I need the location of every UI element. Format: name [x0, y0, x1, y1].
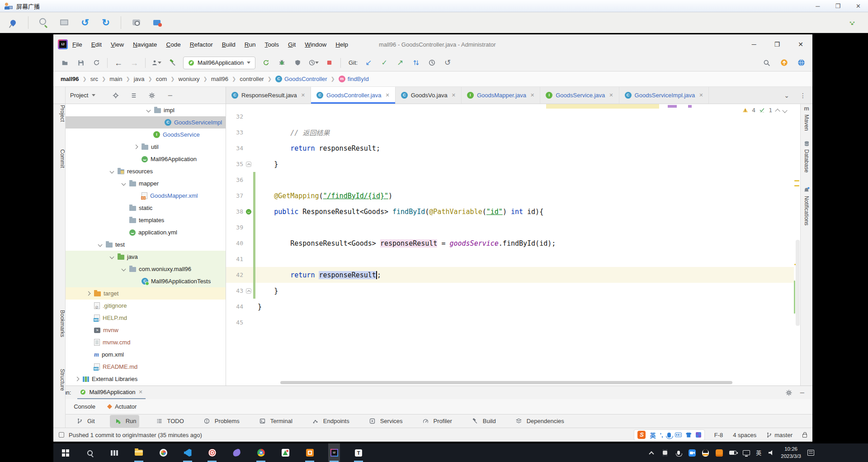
- tree-item-target[interactable]: target: [66, 287, 226, 300]
- run-icon[interactable]: [261, 58, 271, 68]
- tree-item-help.md[interactable]: HELP.md: [66, 312, 226, 324]
- breadcrumb-item-findbyid[interactable]: mfindById: [339, 76, 369, 82]
- tab-goodsservice.java[interactable]: IGoodsService.java✕: [540, 87, 619, 104]
- tool-button-maven[interactable]: Maven: [803, 114, 810, 131]
- taskbar-app-search[interactable]: [84, 443, 96, 462]
- tab-actuator[interactable]: Actuator: [107, 403, 137, 410]
- tree-chevron-icon[interactable]: [146, 108, 151, 113]
- tool-button-services[interactable]: Services: [364, 415, 406, 428]
- menu-item-edit[interactable]: Edit: [91, 41, 102, 48]
- sync-icon[interactable]: [91, 58, 101, 68]
- hidden-icons-chevron[interactable]: [649, 451, 654, 456]
- spring-bean-gutter-icon[interactable]: [243, 209, 254, 214]
- fold-marker-icon[interactable]: [243, 288, 254, 294]
- tree-item-java[interactable]: java: [66, 251, 226, 263]
- menu-item-git[interactable]: Git: [288, 41, 296, 48]
- tiger-app-icon[interactable]: [716, 449, 723, 457]
- coverage-icon[interactable]: [293, 58, 303, 68]
- tool-button-commit[interactable]: Commit: [53, 149, 66, 168]
- chevron-down-icon[interactable]: [92, 94, 95, 96]
- tray-language-indicator[interactable]: 英: [756, 449, 761, 457]
- zoom-icon[interactable]: [38, 17, 49, 29]
- taskbar-app-file-explorer[interactable]: [133, 443, 145, 462]
- taskbar-app-browser-red[interactable]: [206, 443, 218, 462]
- breadcrumb-item-src[interactable]: src: [90, 76, 98, 82]
- breadcrumb-item-woniuxy[interactable]: woniuxy: [179, 76, 200, 82]
- fold-marker-icon[interactable]: [243, 162, 254, 167]
- display-icon[interactable]: [743, 450, 750, 455]
- next-warning-icon[interactable]: [782, 108, 787, 113]
- keyboard-icon[interactable]: [675, 433, 682, 437]
- tool-button-build[interactable]: Build: [467, 415, 499, 428]
- tree-item-goodsservice[interactable]: IGoodsService: [66, 129, 226, 141]
- taskbar-app-start[interactable]: [60, 443, 71, 462]
- breadcrumb-item-goodscontroller[interactable]: CGoodsController: [275, 76, 327, 82]
- tool-button-dependencies[interactable]: Dependencies: [511, 415, 567, 428]
- qq-icon[interactable]: [702, 449, 709, 457]
- git-push-icon[interactable]: ↗: [395, 58, 405, 68]
- close-tab-icon[interactable]: ✕: [609, 92, 613, 98]
- debug-icon[interactable]: [277, 58, 287, 68]
- close-tab-icon[interactable]: ✕: [301, 92, 305, 98]
- undo-icon[interactable]: ↺: [79, 17, 91, 29]
- project-settings-icon[interactable]: [147, 90, 157, 100]
- tree-item-pom.xml[interactable]: mpom.xml: [66, 348, 226, 361]
- volume-icon[interactable]: [769, 450, 774, 456]
- tree-item-test[interactable]: test: [66, 238, 226, 251]
- close-icon[interactable]: ✕: [138, 389, 142, 395]
- tool-button-database[interactable]: Database: [803, 149, 810, 172]
- taskbar-app-chrome[interactable]: [255, 443, 267, 462]
- tree-item-external-libraries[interactable]: External Libraries: [66, 373, 226, 385]
- git-update-icon[interactable]: ↙: [363, 58, 373, 68]
- tree-item-impl[interactable]: impl: [66, 104, 226, 116]
- history-icon[interactable]: [427, 58, 437, 68]
- breadcrumb-item-java[interactable]: java: [134, 76, 145, 82]
- code-editor[interactable]: 3233 // 返回结果34 return responseResult;35 …: [226, 104, 800, 386]
- tree-item-mall96application[interactable]: Mall96Application: [66, 153, 226, 165]
- tab-goodsvo.java[interactable]: CGoodsVo.java✕: [396, 87, 462, 104]
- action-center-icon[interactable]: [807, 450, 814, 456]
- tree-item-templates[interactable]: templates: [66, 214, 226, 226]
- camera-icon[interactable]: [132, 19, 140, 25]
- forward-icon[interactable]: →: [129, 58, 139, 68]
- menu-item-tools[interactable]: Tools: [265, 41, 279, 48]
- tree-chevron-icon[interactable]: [110, 255, 114, 259]
- redo-icon[interactable]: ↻: [100, 17, 112, 29]
- tab-options-icon[interactable]: ⋮: [798, 90, 808, 100]
- breadcrumb-item-mall96[interactable]: mall96: [61, 76, 79, 82]
- taskbar-app-task-view[interactable]: [108, 443, 120, 462]
- ide-close-button[interactable]: ✕: [798, 41, 803, 48]
- tree-chevron-icon[interactable]: [86, 291, 91, 296]
- update-available-icon[interactable]: [779, 58, 789, 68]
- tool-button-terminal[interactable]: Terminal: [255, 415, 296, 428]
- build-hammer-icon[interactable]: [167, 58, 177, 68]
- toolbox-grid-icon[interactable]: [696, 432, 701, 438]
- tree-item-application.yml[interactable]: application.yml: [66, 226, 226, 238]
- expand-icon[interactable]: ↔↔: [847, 18, 857, 28]
- back-icon[interactable]: ←: [113, 58, 123, 68]
- taskbar-app-dolphin-app[interactable]: [231, 443, 242, 462]
- broadcast-minimize-button[interactable]: ─: [816, 3, 820, 10]
- menu-item-view[interactable]: View: [111, 41, 124, 48]
- rollback-icon[interactable]: ↺: [443, 58, 453, 68]
- tree-chevron-icon[interactable]: [122, 181, 126, 186]
- menu-item-file[interactable]: File: [72, 41, 82, 48]
- user-profile-icon[interactable]: [151, 58, 161, 68]
- hidden-tabs-icon[interactable]: ⌄: [782, 90, 792, 100]
- prev-warning-icon[interactable]: [775, 109, 780, 114]
- gear-icon[interactable]: [786, 390, 792, 396]
- tree-item-static[interactable]: static: [66, 202, 226, 214]
- screen-icon[interactable]: [60, 19, 68, 25]
- record-icon[interactable]: [153, 20, 160, 25]
- breadcrumb-item-mall96[interactable]: mall96: [211, 76, 228, 82]
- tree-chevron-icon[interactable]: [110, 169, 114, 174]
- git-commit-icon[interactable]: ✓: [379, 58, 389, 68]
- tab-responseresult.java[interactable]: CResponseResult.java✕: [226, 87, 311, 104]
- mic-icon[interactable]: [667, 433, 671, 438]
- tree-item-util[interactable]: util: [66, 141, 226, 153]
- tool-button-structure[interactable]: Structure: [53, 369, 66, 391]
- run-configuration-select[interactable]: Mall96Application: [183, 57, 255, 69]
- tree-item-mvnw[interactable]: >mvnw: [66, 324, 226, 336]
- tree-item-mall96applicationtests[interactable]: CMall96ApplicationTests: [66, 275, 226, 287]
- taskbar-app-seewo[interactable]: [279, 443, 291, 462]
